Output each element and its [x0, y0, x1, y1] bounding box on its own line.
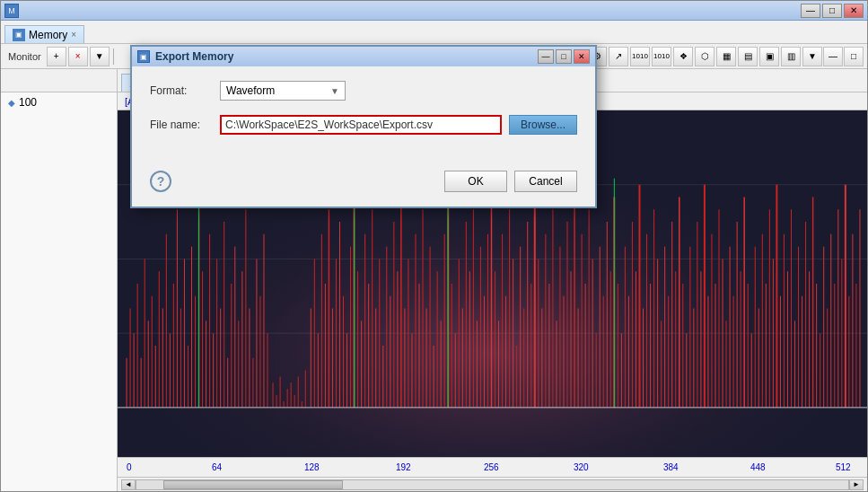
- dropdown-arrow-icon: ▼: [330, 86, 339, 96]
- filename-label: File name:: [150, 119, 213, 131]
- dialog-title-bar: ▣ Export Memory — □ ✕: [132, 47, 595, 66]
- browse-button[interactable]: Browse...: [509, 115, 577, 135]
- export-dialog: ▣ Export Memory — □ ✕ Format: Waveform: [130, 45, 597, 208]
- dialog-overlay: ▣ Export Memory — □ ✕ Format: Waveform: [0, 0, 868, 492]
- dialog-icon: ▣: [137, 50, 150, 63]
- dialog-close-button[interactable]: ✕: [574, 49, 590, 64]
- format-row: Format: Waveform ▼: [150, 81, 577, 101]
- dialog-footer: ? OK Cancel: [132, 163, 595, 206]
- dialog-title-text: Export Memory: [155, 50, 233, 63]
- filename-row: File name: Browse...: [150, 115, 577, 135]
- dialog-minimize-button[interactable]: —: [538, 49, 554, 64]
- help-button[interactable]: ?: [150, 171, 171, 192]
- dialog-maximize-button[interactable]: □: [556, 49, 572, 64]
- filename-input[interactable]: [220, 115, 502, 135]
- main-window: M — □ ✕ ▣ Memory × Monitor + × ▼ ⚙ ↗ 101…: [0, 0, 868, 492]
- format-dropdown[interactable]: Waveform ▼: [220, 81, 346, 101]
- dialog-body: Format: Waveform ▼ File name: Browse...: [132, 66, 595, 163]
- format-value: Waveform: [226, 84, 275, 97]
- ok-button[interactable]: OK: [444, 171, 507, 192]
- dialog-title-buttons: — □ ✕: [538, 49, 590, 64]
- format-label: Format:: [150, 84, 213, 97]
- cancel-button[interactable]: Cancel: [514, 171, 577, 192]
- dialog-buttons: OK Cancel: [444, 171, 577, 192]
